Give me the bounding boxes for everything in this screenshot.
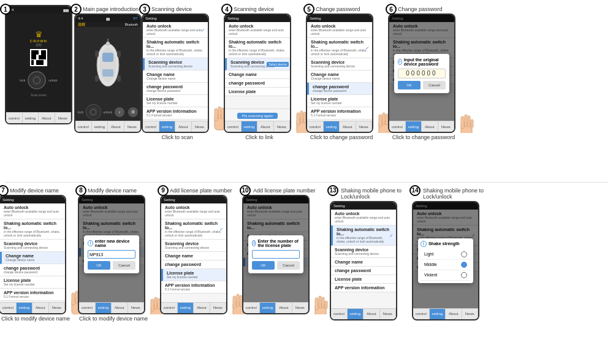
app-version-3: APP version information 5.1 Formal versi… [143,107,208,119]
app-version-5: APP version information 5.1 Formal versi… [307,107,372,119]
change-name-7[interactable]: Change name Change device name [0,252,65,264]
settings-btn[interactable]: ⚙ [128,107,138,117]
tab-news-2[interactable]: News [124,121,141,132]
license-input-10[interactable] [252,250,300,259]
tab-control-10[interactable]: control [243,303,260,313]
ok-btn-8[interactable]: OK [88,261,110,270]
tab-about-13[interactable]: About [364,309,380,319]
tab-news-7[interactable]: News [49,303,66,313]
tab-setting-8[interactable]: setting [96,303,112,313]
tab-control-13[interactable]: control [331,309,348,319]
tab-control-2[interactable]: control [75,121,92,132]
name-dialog: i enter new device name OK Cancel [79,196,144,313]
tab-setting-10[interactable]: setting [260,303,276,313]
music-btn[interactable]: ♪ [115,107,124,117]
tab-control-14[interactable]: control [413,309,430,319]
tab-news-5[interactable]: News [356,121,373,132]
phone-9: Setting Auto unlock enter Bluetooth avai… [160,195,227,314]
radio-light[interactable] [461,251,467,257]
scanning-3[interactable]: Scanning device Scanning and connecting … [143,58,208,70]
shake-violent[interactable]: Violent [421,270,471,281]
name-input-8[interactable] [88,250,135,259]
svg-rect-5 [117,51,121,57]
tab-about-8[interactable]: About [112,303,128,313]
shaking-13[interactable]: Shaking automatic switch lo... in the ef… [331,226,396,246]
tab-about-5[interactable]: About [340,121,356,132]
step-2: 2 Main page introduction 4:4▮▮BT 远程 Blue… [69,5,142,133]
svg-rect-16 [297,113,300,125]
radio-violent[interactable] [461,272,467,278]
tab-control-5[interactable]: control [307,121,324,132]
tab-news-14[interactable]: News [462,309,479,319]
tab-setting-9[interactable]: setting [178,303,194,313]
license-9[interactable]: License plate Set my license number [161,269,226,281]
tab-setting-14[interactable]: setting [430,309,446,319]
tab-control-9[interactable]: control [161,303,178,313]
tab-about-2[interactable]: About [108,121,124,132]
scanning-4[interactable]: Scanning device Scanning and connecting … [225,58,290,70]
step-8-label: Click to modify device name [77,316,150,322]
tab-news-3[interactable]: News [192,121,208,132]
tab-about-9[interactable]: About [194,303,210,313]
scan-again-btn[interactable]: Pls scanning again [237,113,278,119]
tab-news-6[interactable]: News [438,121,455,132]
tab-about-6[interactable]: About [422,121,438,132]
tab-setting-3[interactable]: setting [159,121,176,132]
step-number-9: 9 [158,185,169,196]
tab-setting-5[interactable]: setting [324,121,340,132]
svg-rect-22 [383,113,385,125]
tab-control-3[interactable]: control [143,121,159,132]
radio-middle[interactable] [461,262,467,268]
tab-control-7[interactable]: control [0,303,17,313]
step-5-label: Click to change password [305,134,378,140]
cancel-btn-10[interactable]: Cancel [277,261,300,270]
tab-setting-13[interactable]: setting [348,309,364,319]
step-6: 6 Change password Setting Auto unlock en… [391,5,471,140]
tab-about-3[interactable]: About [175,121,192,132]
tab-news-10[interactable]: News [292,303,309,313]
shake-light[interactable]: Light [421,249,471,260]
step-number-8: 8 [75,185,86,196]
tab-news-1[interactable]: News [55,113,72,123]
main-btn-2[interactable] [86,104,101,119]
tab-about-7[interactable]: About [32,303,49,313]
tab-about-10[interactable]: About [276,303,292,313]
tab-news-13[interactable]: News [380,309,397,319]
svg-rect-42 [237,294,239,306]
ok-btn-10[interactable]: OK [252,261,275,270]
svg-rect-47 [319,296,321,308]
tab-about-14[interactable]: About [446,309,462,319]
tab-news-4[interactable]: News [274,121,291,132]
step-number-5: 5 [303,4,314,15]
cancel-btn-8[interactable]: Cancel [113,261,135,270]
select-device-btn[interactable]: Select device [267,62,289,67]
tab-news-9[interactable]: News [210,303,227,313]
change-pw-3: change password change device password [143,83,208,95]
ok-btn-6[interactable]: OK [398,81,421,89]
tab-setting-7[interactable]: setting [17,303,33,313]
tab-setting-4[interactable]: setting [242,121,258,132]
phone-6: Setting Auto unlock enter Bluetooth avai… [388,13,455,133]
tab-control-1[interactable]: control [6,113,23,123]
tab-control-6[interactable]: control [389,121,406,132]
svg-rect-41 [233,296,236,308]
password-input-6[interactable] [398,69,446,78]
shake-middle[interactable]: Middle [421,260,471,270]
svg-rect-28 [468,116,470,127]
tab-about-1[interactable]: About [39,113,55,123]
cancel-btn-6[interactable]: Cancel [423,81,446,89]
tab-setting-1[interactable]: setting [23,113,39,123]
tab-setting-2[interactable]: setting [92,121,109,132]
tab-control-4[interactable]: control [225,121,242,132]
tab-about-4[interactable]: About [257,121,274,132]
tab-setting-6[interactable]: setting [406,121,422,132]
shake-title: Shake strength [428,241,460,246]
shaking-9: Shaking automatic switch lo... in the ef… [161,219,226,240]
tab-news-8[interactable]: News [128,303,145,313]
svg-rect-26 [461,116,464,129]
step-2-title: Main page introduction [72,5,139,12]
unlock-label: unlock [48,78,57,82]
tab-control-8[interactable]: control [79,303,96,313]
main-button[interactable] [28,71,46,89]
change-pw-5[interactable]: change password change device password [307,83,372,95]
